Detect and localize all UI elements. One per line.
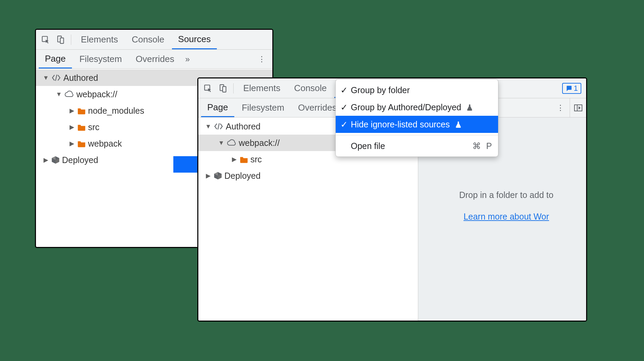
learn-more-link[interactable]: Learn more about Wor bbox=[463, 212, 549, 221]
cloud-icon bbox=[64, 90, 74, 98]
disclosure-open-icon: ▼ bbox=[43, 74, 49, 82]
context-menu: ✓ Group by folder ✓ Group by Authored/De… bbox=[335, 79, 498, 157]
menu-label: Open file bbox=[351, 141, 385, 151]
disclosure-closed-icon: ▶ bbox=[43, 156, 49, 164]
menu-group-by-authored[interactable]: ✓ Group by Authored/Deployed bbox=[336, 99, 498, 116]
tree-label: webpack bbox=[88, 139, 122, 149]
disclosure-open-icon: ▼ bbox=[205, 123, 211, 130]
more-tabs-icon[interactable]: » bbox=[182, 54, 193, 64]
workspace-hint-text: Drop in a folder to add to bbox=[426, 187, 586, 203]
tree-label: Authored bbox=[63, 73, 98, 83]
toggle-pane-icon[interactable] bbox=[570, 98, 583, 117]
tab-elements[interactable]: Elements bbox=[237, 78, 286, 98]
disclosure-closed-icon: ▶ bbox=[205, 172, 211, 179]
brackets-icon bbox=[51, 74, 61, 82]
checkmark-icon: ✓ bbox=[340, 120, 347, 129]
device-toggle-icon[interactable] bbox=[216, 82, 230, 95]
tree-label: src bbox=[88, 122, 99, 132]
disclosure-open-icon: ▼ bbox=[218, 139, 224, 147]
svg-rect-2 bbox=[60, 38, 64, 43]
checkmark-icon: ✓ bbox=[340, 102, 347, 112]
chat-icon bbox=[566, 85, 572, 92]
experiment-icon bbox=[467, 104, 473, 111]
menu-separator bbox=[336, 135, 498, 135]
tree-deployed[interactable]: ▶ Deployed bbox=[198, 167, 418, 184]
tab-console[interactable]: Console bbox=[125, 30, 170, 49]
folder-icon bbox=[239, 155, 248, 163]
brackets-icon bbox=[213, 122, 224, 130]
menu-shortcut: ⌘ P bbox=[472, 141, 493, 151]
toolbar-separator bbox=[233, 83, 234, 94]
tab-overrides[interactable]: Overrides bbox=[129, 50, 181, 69]
tree-label: Authored bbox=[226, 122, 260, 132]
cloud-icon bbox=[226, 139, 237, 147]
folder-icon bbox=[77, 107, 86, 114]
top-toolbar: Elements Console Sources bbox=[36, 30, 272, 50]
checkmark-icon: ✓ bbox=[340, 85, 347, 95]
experiment-icon bbox=[455, 121, 461, 128]
menu-label: Hide ignore-listed sources bbox=[351, 120, 450, 129]
kebab-menu-icon[interactable]: ⋮ bbox=[254, 55, 270, 64]
tab-elements[interactable]: Elements bbox=[75, 30, 124, 49]
right-panel-lower: ▼ Authored ▼ webpack:// bbox=[198, 117, 586, 321]
tree-label: webpack:// bbox=[76, 89, 117, 99]
disclosure-closed-icon: ▶ bbox=[231, 155, 237, 163]
kebab-menu-icon[interactable]: ⋮ bbox=[553, 103, 568, 112]
menu-hide-ignore-listed[interactable]: ✓ Hide ignore-listed sources bbox=[336, 116, 498, 133]
tab-filesystem[interactable]: Filesystem bbox=[236, 98, 290, 117]
issues-badge[interactable]: 1 bbox=[562, 83, 581, 94]
disclosure-open-icon: ▼ bbox=[56, 91, 62, 98]
disclosure-closed-icon: ▶ bbox=[69, 123, 75, 131]
tree-label: Deployed bbox=[224, 171, 261, 181]
tree-label: Deployed bbox=[62, 155, 98, 165]
tree-label: src bbox=[250, 154, 262, 164]
tab-console[interactable]: Console bbox=[288, 78, 333, 98]
devtools-panel-right: Elements Console Sources Network » 1 Pag… bbox=[197, 77, 587, 322]
device-toggle-icon[interactable] bbox=[54, 33, 67, 47]
tab-filesystem[interactable]: Filesystem bbox=[73, 50, 128, 69]
sources-sub-toolbar: Page Filesystem Overrides » ⋮ bbox=[36, 50, 272, 69]
package-icon bbox=[213, 171, 222, 180]
menu-label: Group by Authored/Deployed bbox=[351, 102, 461, 112]
disclosure-closed-icon: ▶ bbox=[69, 140, 75, 147]
toolbar-separator bbox=[71, 35, 71, 45]
disclosure-closed-icon: ▶ bbox=[69, 107, 75, 114]
svg-rect-5 bbox=[223, 86, 226, 92]
folder-icon bbox=[77, 123, 86, 131]
badge-count: 1 bbox=[574, 84, 578, 93]
menu-open-file[interactable]: Open file ⌘ P bbox=[336, 137, 498, 154]
tab-sources[interactable]: Sources bbox=[172, 30, 217, 49]
tree-label: node_modules bbox=[88, 106, 144, 116]
tree-label: webpack:// bbox=[239, 138, 280, 148]
folder-icon bbox=[77, 140, 86, 147]
package-icon bbox=[51, 155, 60, 164]
svg-rect-6 bbox=[574, 105, 582, 111]
inspect-icon[interactable] bbox=[201, 82, 215, 95]
workspace-hint: Drop in a folder to add to Learn more ab… bbox=[426, 187, 586, 224]
menu-group-by-folder[interactable]: ✓ Group by folder bbox=[336, 82, 498, 99]
menu-label: Group by folder bbox=[351, 85, 410, 95]
tab-page[interactable]: Page bbox=[39, 50, 72, 69]
inspect-icon[interactable] bbox=[39, 33, 52, 47]
tab-page[interactable]: Page bbox=[201, 98, 234, 117]
